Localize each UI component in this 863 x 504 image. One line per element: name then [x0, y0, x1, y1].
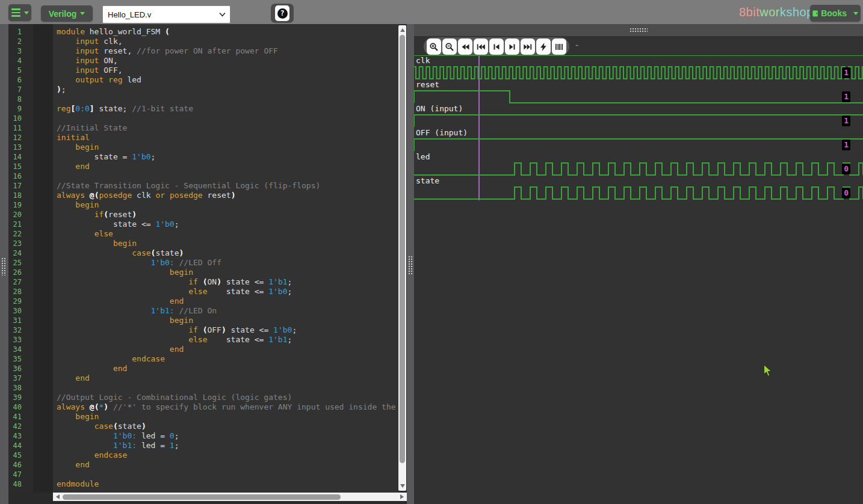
fast-rewind-button[interactable] [458, 38, 472, 55]
waveform-view[interactable]: - clk1reset1ON (input)1OFF (input)1led0s… [414, 36, 863, 504]
waveform-bars-button[interactable] [552, 38, 566, 55]
code-line[interactable]: end [57, 297, 397, 306]
gutter-line-number: 31 [8, 316, 22, 325]
code-line[interactable]: else state <= 1'b0; [57, 287, 397, 297]
zoom-in-icon [429, 42, 439, 52]
code-line[interactable]: state <= 1'b0; [57, 220, 397, 229]
editor-vertical-scrollbar[interactable] [398, 25, 406, 491]
code-line[interactable]: 1'b0: //LED Off [57, 258, 397, 268]
code-line[interactable]: if (ON) state <= 1'b1; [57, 277, 397, 287]
scope-signal-row[interactable]: OFF (input)1 [414, 128, 863, 152]
scope-signal-row[interactable]: ON (input)1 [414, 104, 863, 128]
code-line[interactable]: begin [57, 200, 397, 210]
hamburger-icon [11, 8, 20, 17]
code-line[interactable]: //Output Logic - Combinational Logic (lo… [57, 393, 397, 402]
code-line[interactable] [57, 114, 397, 123]
step-back-icon [492, 42, 501, 52]
zoom-in-button[interactable] [427, 38, 441, 55]
code-line[interactable]: begin [57, 412, 397, 422]
editor-horizontal-scrollbar[interactable] [53, 493, 407, 501]
code-line[interactable]: always @(*) //'*' to specify block run w… [57, 402, 397, 412]
scope-panel: - clk1reset1ON (input)1OFF (input)1led0s… [414, 24, 863, 504]
code-line[interactable]: if (OFF) state <= 1'b0; [57, 325, 397, 335]
code-line[interactable]: end [57, 162, 397, 171]
code-line[interactable]: initial [57, 133, 397, 143]
code-line[interactable]: reg[0:0] state; //1-bit state [57, 104, 397, 114]
code-line[interactable] [57, 94, 397, 104]
code-line[interactable]: always @(posedge clk or posedge reset) [57, 191, 397, 200]
drag-handle-icon[interactable] [408, 256, 413, 275]
language-button[interactable]: Verilog [41, 5, 93, 22]
code-line[interactable]: end [57, 364, 397, 373]
code-line[interactable]: endcase [57, 354, 397, 364]
signal-waveform[interactable] [414, 90, 863, 104]
scroll-down-arrow-icon[interactable] [400, 484, 405, 488]
code-line[interactable]: begin [57, 316, 397, 325]
scroll-up-arrow-icon[interactable] [400, 28, 405, 32]
gutter-line-number: 7 [8, 85, 22, 94]
code-line[interactable]: //Initial State [57, 123, 397, 133]
code-line[interactable] [57, 171, 397, 181]
code-line[interactable] [57, 470, 397, 479]
code-line[interactable]: case(state) [57, 422, 397, 431]
code-line[interactable]: ); [57, 85, 397, 94]
gutter-line-number: 46 [8, 460, 22, 470]
code-line[interactable]: begin [57, 268, 397, 277]
code-line[interactable]: else [57, 229, 397, 239]
code-line[interactable]: case(state) [57, 248, 397, 258]
help-button[interactable]: ? [271, 4, 294, 23]
code-line[interactable]: end [57, 460, 397, 470]
drag-handle-icon[interactable] [1, 257, 6, 275]
code-line[interactable]: 1'b1: led = 1; [57, 441, 397, 450]
horizontal-scrollbar-thumb[interactable] [63, 494, 341, 500]
code-line[interactable]: 1'b1: //LED On [57, 306, 397, 316]
skip-to-start-button[interactable] [474, 38, 488, 55]
scope-signal-row[interactable]: reset1 [414, 80, 863, 104]
code-line[interactable]: begin [57, 239, 397, 248]
scroll-left-arrow-icon[interactable] [56, 494, 60, 499]
vertical-scrollbar-thumb[interactable] [400, 35, 405, 463]
zoom-out-button[interactable] [442, 38, 457, 55]
scope-signal-row[interactable]: clk1 [414, 56, 863, 80]
code-line[interactable]: end [57, 345, 397, 354]
code-line[interactable]: endcase [57, 450, 397, 460]
code-line[interactable]: input OFF, [57, 66, 397, 75]
code-line[interactable]: 1'b0: led = 0; [57, 431, 397, 441]
scope-signal-row[interactable]: state0 [414, 176, 863, 200]
signal-waveform[interactable] [414, 138, 863, 152]
drag-handle-icon[interactable] [629, 28, 648, 32]
code-line[interactable]: endmodule [57, 479, 397, 489]
code-line[interactable]: begin [57, 143, 397, 152]
code-line[interactable]: end [57, 373, 397, 383]
code-line[interactable]: output reg led [57, 75, 397, 85]
code-line[interactable]: module hello_world_FSM ( [57, 27, 397, 37]
code-line[interactable]: input clk, [57, 37, 397, 46]
code-line[interactable]: //State Transition Logic - Sequential Lo… [57, 181, 397, 191]
scroll-right-arrow-icon[interactable] [400, 494, 404, 499]
code-line[interactable]: state = 1'b0; [57, 152, 397, 162]
code-line[interactable] [57, 383, 397, 393]
left-splitter[interactable] [0, 24, 8, 504]
code-line[interactable]: input reset, //for power ON after power … [57, 46, 397, 56]
run-fast-button[interactable] [536, 38, 551, 55]
panel-splitter[interactable] [407, 24, 414, 504]
file-select[interactable]: Hello_LED.v [103, 6, 230, 23]
signal-waveform[interactable] [414, 162, 863, 176]
step-forward-button[interactable] [505, 38, 519, 55]
code-line[interactable]: input ON, [57, 56, 397, 66]
signal-label: OFF (input) [416, 128, 468, 138]
step-back-button[interactable] [489, 38, 504, 55]
code-line[interactable]: else state <= 1'b1; [57, 335, 397, 345]
signal-waveform[interactable] [414, 186, 863, 200]
signal-rows[interactable]: clk1reset1ON (input)1OFF (input)1led0sta… [414, 55, 863, 200]
code-text[interactable]: module hello_world_FSM ( input clk, inpu… [57, 27, 397, 490]
signal-waveform[interactable] [414, 114, 863, 128]
scope-status-text: - [574, 40, 580, 51]
gutter-line-number: 24 [8, 248, 22, 258]
signal-waveform[interactable] [414, 66, 863, 80]
scope-signal-row[interactable]: led0 [414, 152, 863, 176]
books-button[interactable]: Books [810, 5, 861, 22]
code-line[interactable]: if(reset) [57, 210, 397, 220]
menu-button[interactable] [8, 4, 31, 21]
fast-forward-button[interactable] [521, 38, 535, 55]
